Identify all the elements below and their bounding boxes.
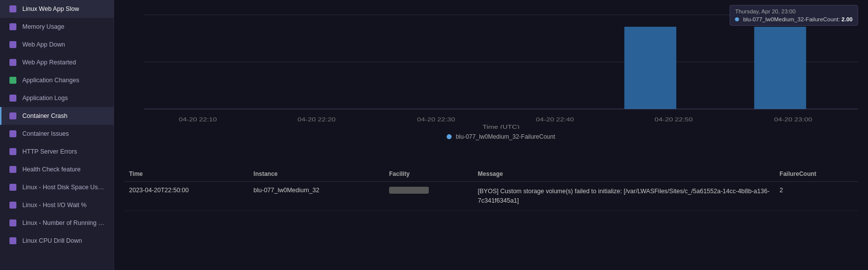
sidebar-label-container-issues: Container Issues <box>22 130 69 137</box>
sidebar-label-linux-web-app-slow: Linux Web App Slow <box>22 5 79 12</box>
sidebar-label-linux-host-io-wait: Linux - Host I/O Wait % <box>22 202 86 209</box>
svg-rect-7 <box>624 27 676 109</box>
sidebar-item-linux-host-disk-space[interactable]: Linux - Host Disk Space Usage <box>0 178 114 196</box>
svg-text:04-20 22:40: 04-20 22:40 <box>536 116 574 123</box>
table-body: 2023-04-20T22:50:00blu-077_lw0Medium_32[… <box>124 182 858 211</box>
sidebar-icon-linux-host-io-wait <box>8 201 17 210</box>
sidebar-item-web-app-down[interactable]: Web App Down <box>0 36 114 54</box>
sidebar-label-web-app-restarted: Web App Restarted <box>22 59 76 66</box>
legend-label: blu-077_lw0Medium_32-FailureCount <box>456 133 555 140</box>
sidebar: Linux Web App SlowMemory UsageWeb App Do… <box>0 0 114 270</box>
sidebar-icon-memory-usage <box>8 22 17 31</box>
col-instance: Instance <box>249 166 384 182</box>
svg-text:04-20 22:30: 04-20 22:30 <box>417 116 455 123</box>
sidebar-item-linux-host-io-wait[interactable]: Linux - Host I/O Wait % <box>0 196 114 214</box>
sidebar-item-web-app-restarted[interactable]: Web App Restarted <box>0 54 114 71</box>
chart-area: Thursday, Apr 20, 23:00 blu-077_lw0Mediu… <box>114 0 868 159</box>
col-message: Message <box>473 166 775 182</box>
sidebar-icon-container-issues <box>8 129 17 138</box>
sidebar-icon-linux-web-app-slow <box>8 4 17 13</box>
sidebar-icon-web-app-down <box>8 40 17 49</box>
sidebar-item-linux-cpu-drill-down[interactable]: Linux CPU Drill Down <box>0 232 114 250</box>
sidebar-item-linux-web-app-slow[interactable]: Linux Web App Slow <box>0 0 114 18</box>
sidebar-icon-container-crash <box>8 111 17 120</box>
sidebar-icon-application-changes <box>8 76 17 85</box>
tooltip-dot-icon <box>735 17 739 21</box>
col-failurecount: FailureCount <box>775 166 858 182</box>
cell-message: [BYOS] Custom storage volume(s) failed t… <box>473 182 775 211</box>
sidebar-item-container-crash[interactable]: Container Crash <box>0 107 114 125</box>
cell-failure-count: 2 <box>775 182 858 211</box>
sidebar-label-memory-usage: Memory Usage <box>22 23 65 30</box>
sidebar-label-web-app-down: Web App Down <box>22 41 65 48</box>
sidebar-item-health-check-feature[interactable]: Health Check feature <box>0 161 114 178</box>
legend-dot-icon <box>447 134 452 139</box>
sidebar-item-application-changes[interactable]: Application Changes <box>0 71 114 89</box>
sidebar-label-container-crash: Container Crash <box>22 112 67 119</box>
sidebar-icon-health-check-feature <box>8 165 17 174</box>
cell-instance: blu-077_lw0Medium_32 <box>249 182 384 211</box>
sidebar-icon-linux-number-running <box>8 218 17 227</box>
sidebar-item-application-logs[interactable]: Application Logs <box>0 89 114 107</box>
tooltip-series-label: blu-077_lw0Medium_32-FailureCount: <box>743 16 840 22</box>
sidebar-label-http-server-errors: HTTP Server Errors <box>22 148 77 155</box>
table-row: 2023-04-20T22:50:00blu-077_lw0Medium_32[… <box>124 182 858 211</box>
col-time: Time <box>124 166 249 182</box>
sidebar-label-linux-number-running: Linux - Number of Running C... <box>22 219 107 226</box>
svg-text:04-20 22:50: 04-20 22:50 <box>655 116 693 123</box>
sidebar-icon-web-app-restarted <box>8 58 17 67</box>
sidebar-item-http-server-errors[interactable]: HTTP Server Errors <box>0 143 114 161</box>
chart-svg: 2.40 1.20 0.00 04-20 22:10 04-20 22:20 0… <box>144 10 858 129</box>
sidebar-icon-application-logs <box>8 94 17 103</box>
chart-legend: blu-077_lw0Medium_32-FailureCount <box>144 133 858 140</box>
sidebar-label-linux-host-disk-space: Linux - Host Disk Space Usage <box>22 184 107 191</box>
data-table: Time Instance Facility Message FailureCo… <box>124 166 858 211</box>
sidebar-item-memory-usage[interactable]: Memory Usage <box>0 18 114 36</box>
table-container: Time Instance Facility Message FailureCo… <box>114 159 868 270</box>
svg-text:04-20 23:00: 04-20 23:00 <box>774 116 812 123</box>
sidebar-item-linux-number-running[interactable]: Linux - Number of Running C... <box>0 214 114 232</box>
cell-facility <box>384 182 473 211</box>
table-header-row: Time Instance Facility Message FailureCo… <box>124 166 858 182</box>
sidebar-item-container-issues[interactable]: Container Issues <box>0 125 114 143</box>
sidebar-icon-http-server-errors <box>8 147 17 156</box>
chart-tooltip: Thursday, Apr 20, 23:00 blu-077_lw0Mediu… <box>730 5 858 26</box>
tooltip-value: 2.00 <box>842 16 853 22</box>
svg-text:Time (UTC): Time (UTC) <box>482 124 520 129</box>
tooltip-series: blu-077_lw0Medium_32-FailureCount: 2.00 <box>735 16 853 22</box>
sidebar-label-health-check-feature: Health Check feature <box>22 166 80 173</box>
svg-text:04-20 22:10: 04-20 22:10 <box>179 116 217 123</box>
cell-time: 2023-04-20T22:50:00 <box>124 182 249 211</box>
col-facility: Facility <box>384 166 473 182</box>
sidebar-icon-linux-cpu-drill-down <box>8 236 17 245</box>
sidebar-label-application-logs: Application Logs <box>22 95 68 102</box>
svg-text:04-20 22:20: 04-20 22:20 <box>298 116 336 123</box>
svg-rect-8 <box>754 27 806 109</box>
tooltip-title: Thursday, Apr 20, 23:00 <box>735 8 853 14</box>
sidebar-label-linux-cpu-drill-down: Linux CPU Drill Down <box>22 237 82 244</box>
sidebar-icon-linux-host-disk-space <box>8 183 17 192</box>
main-content: Thursday, Apr 20, 23:00 blu-077_lw0Mediu… <box>114 0 868 270</box>
facility-redacted <box>389 187 429 194</box>
sidebar-label-application-changes: Application Changes <box>22 77 79 84</box>
